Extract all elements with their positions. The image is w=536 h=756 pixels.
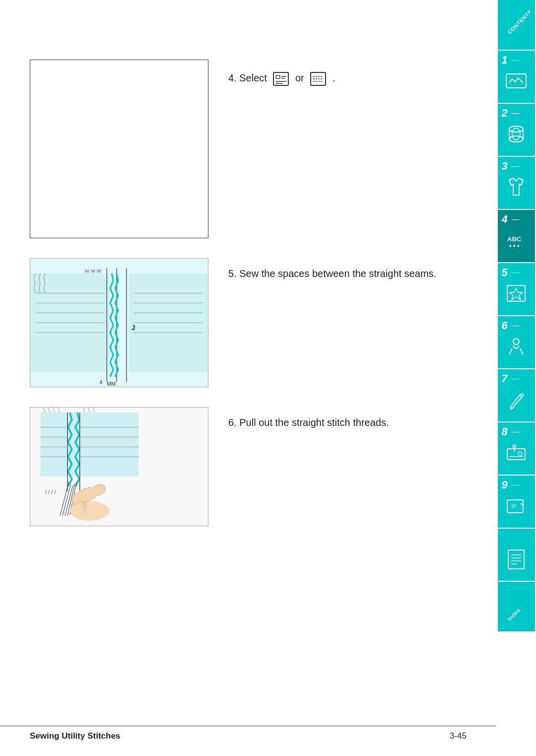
sidebar: CONTENTS 1 — 2 — 3 — [496, 0, 536, 756]
svg-point-77 [518, 452, 522, 456]
sidebar-item-notes[interactable] [498, 529, 535, 581]
svg-marker-68 [510, 288, 523, 300]
svg-text:ABC: ABC [507, 235, 522, 243]
svg-point-69 [513, 339, 519, 344]
sidebar-num-9: 9 [502, 479, 508, 491]
step5-description: Sew the spaces between the straight seam… [239, 268, 436, 279]
svg-text:CONTENTS: CONTENTS [506, 8, 530, 35]
footer-title: Sewing Utility Stitches [30, 731, 120, 741]
step6-text: 6. Pull out the straight stitch threads. [228, 407, 389, 526]
svg-text:W W W: W W W [85, 268, 102, 274]
footer: Sewing Utility Stitches 3-45 [0, 726, 496, 741]
sidebar-item-4[interactable]: 4 — ABC ✦✦✦ [498, 210, 535, 262]
sidebar-num-3: 3 [502, 160, 508, 173]
step4-image-placeholder [30, 60, 208, 238]
step5-image: J 4 MM W W W [30, 258, 208, 387]
sidebar-icon-4: ABC ✦✦✦ [504, 228, 528, 252]
step4-section: 4. Select or [30, 60, 467, 238]
svg-text:/ / / /: / / / / [45, 489, 56, 495]
sidebar-item-5[interactable]: 5 — [498, 263, 535, 315]
sidebar-dash-6: — [512, 321, 520, 330]
step4-icon1 [271, 69, 290, 88]
sidebar-icon-notes [504, 547, 528, 571]
svg-text:4: 4 [99, 379, 102, 385]
svg-line-71 [520, 348, 523, 354]
svg-point-60 [509, 136, 523, 142]
sidebar-item-8[interactable]: 8 — [498, 422, 535, 475]
sidebar-item-2[interactable]: 2 — [498, 104, 535, 156]
svg-rect-80 [508, 550, 524, 569]
sidebar-num-8: 8 [502, 425, 508, 438]
step4-text: 4. Select or [228, 60, 335, 238]
svg-point-59 [509, 126, 523, 132]
sidebar-dash-2: — [512, 109, 520, 118]
svg-rect-31 [40, 412, 138, 477]
sidebar-num-7: 7 [502, 372, 508, 385]
sidebar-item-6[interactable]: 6 — [498, 316, 535, 368]
sidebar-dash-4: — [512, 215, 520, 224]
sidebar-dash-3: — [512, 162, 520, 171]
sidebar-item-3[interactable]: 3 — [498, 157, 535, 209]
svg-rect-1 [276, 75, 280, 78]
sidebar-dash-8: — [512, 427, 520, 436]
sidebar-item-1[interactable]: 1 — [498, 51, 535, 103]
svg-line-70 [509, 348, 512, 354]
step5-section: J 4 MM W W W 5. Sew the spaces between t… [30, 258, 467, 387]
sidebar-num-5: 5 [502, 266, 508, 279]
step4-period: . [333, 72, 335, 83]
sidebar-item-7[interactable]: 7 — [498, 369, 535, 421]
main-content: 4. Select or [0, 0, 496, 756]
sidebar-dash-1: — [512, 56, 520, 65]
index-icon: Index [502, 584, 530, 629]
svg-line-72 [508, 409, 512, 410]
sidebar-icon-7 [504, 388, 528, 412]
sidebar-num-6: 6 [502, 319, 508, 332]
footer-page: 3-45 [450, 731, 467, 741]
svg-text:9!: 9! [511, 503, 517, 510]
svg-text:Index: Index [506, 607, 522, 622]
sidebar-icon-9: 9! [504, 494, 528, 518]
sidebar-icon-8 [504, 441, 528, 465]
step6-description: Pull out the straight stitch threads. [239, 417, 389, 428]
sidebar-num-1: 1 [502, 54, 508, 67]
svg-point-63 [512, 128, 520, 140]
step4-or-label: or [295, 72, 304, 83]
step6-number: 6. [228, 417, 237, 428]
svg-text:MM: MM [107, 381, 116, 387]
svg-text:✦✦✦: ✦✦✦ [508, 243, 520, 249]
sidebar-icon-5 [504, 281, 528, 305]
step4-number: 4. [228, 72, 237, 83]
sidebar-icon-1 [504, 69, 528, 93]
step4-select-label: Select [239, 72, 267, 83]
step5-number: 5. [228, 268, 237, 279]
sidebar-num-2: 2 [502, 107, 508, 120]
contents-icon: CONTENTS [502, 2, 530, 47]
sidebar-num-4: 4 [502, 213, 508, 226]
sidebar-icon-3 [504, 175, 528, 199]
step6-image: / / / / [30, 407, 208, 526]
step4-icon2 [309, 69, 328, 88]
step6-section: / / / / 6. Pull out the straight stitch … [30, 407, 467, 526]
sidebar-icon-2 [504, 122, 528, 146]
sidebar-icon-6 [504, 335, 528, 358]
step5-text: 5. Sew the spaces between the straight s… [228, 258, 436, 387]
sidebar-item-index[interactable]: Index [498, 582, 535, 631]
sidebar-dash-5: — [512, 268, 520, 277]
sidebar-dash-9: — [512, 481, 520, 489]
sidebar-item-9[interactable]: 9 — 9! [498, 476, 535, 528]
svg-text:J: J [132, 324, 135, 332]
sidebar-dash-7: — [512, 374, 520, 383]
sidebar-item-contents[interactable]: CONTENTS [498, 0, 535, 50]
